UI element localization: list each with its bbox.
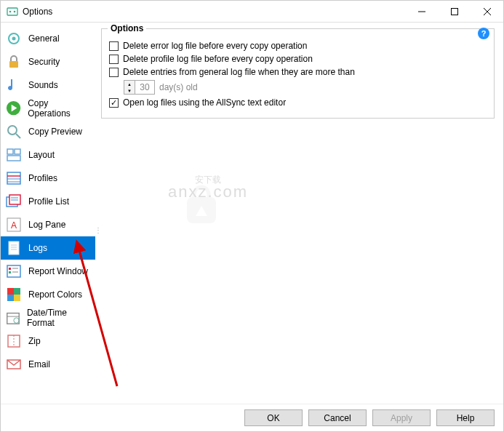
- svg-point-2: [14, 10, 16, 12]
- svg-rect-0: [7, 8, 17, 15]
- minimize-button[interactable]: [405, 1, 438, 22]
- close-button[interactable]: [471, 1, 503, 22]
- checkbox-delete-error-log[interactable]: [109, 41, 119, 51]
- lock-icon: [5, 53, 23, 71]
- sidebar-item-datetime-format[interactable]: Date/Time Format: [1, 306, 95, 329]
- sidebar-item-zip[interactable]: Zip: [1, 329, 95, 353]
- document-icon: [5, 239, 23, 257]
- svg-rect-15: [15, 149, 20, 154]
- sidebar-item-profile-list[interactable]: Profile List: [1, 190, 95, 213]
- svg-rect-32: [9, 268, 11, 270]
- calendar-icon: [5, 309, 21, 327]
- svg-rect-37: [14, 288, 20, 295]
- sidebar-item-label: Logs: [28, 243, 47, 253]
- svg-line-13: [16, 134, 20, 138]
- sidebar-item-layout[interactable]: Layout: [1, 143, 95, 167]
- svg-rect-33: [9, 271, 11, 273]
- svg-rect-38: [7, 295, 14, 301]
- ok-button[interactable]: OK: [244, 409, 303, 426]
- sidebar-item-label: Sounds: [28, 80, 58, 90]
- sidebar-item-label: Log Pane: [28, 220, 65, 230]
- apply-button: Apply: [372, 409, 431, 426]
- checkbox-delete-profile-log[interactable]: [109, 55, 119, 64]
- sidebar-item-label: Profile List: [28, 196, 69, 207]
- svg-text:A: A: [11, 220, 17, 231]
- sidebar-item-security[interactable]: Security: [1, 50, 95, 73]
- svg-point-8: [12, 37, 16, 41]
- label-delete-error-log: Delete error log file before every copy …: [123, 41, 307, 51]
- label-open-log-editor: Open log files using the AllSync text ed…: [123, 97, 286, 108]
- layout-icon: [5, 146, 23, 164]
- sidebar-item-label: Report Colors: [28, 289, 82, 300]
- play-icon: [5, 100, 22, 117]
- sidebar-item-copy-preview[interactable]: Copy Preview: [1, 120, 95, 143]
- profile-list-icon: [5, 193, 23, 210]
- svg-rect-16: [7, 156, 20, 161]
- spin-down-icon[interactable]: ▼: [124, 87, 135, 94]
- options-panel: Options ? Delete error log file before e…: [98, 23, 503, 404]
- svg-rect-4: [451, 8, 457, 15]
- sidebar-item-label: Report Window: [28, 266, 88, 276]
- svg-rect-17: [7, 172, 20, 184]
- days-unit: day(s) old: [159, 82, 198, 92]
- svg-rect-36: [7, 288, 14, 295]
- sidebar-item-label: Profiles: [28, 173, 57, 183]
- sidebar-item-logs[interactable]: Logs: [1, 236, 95, 260]
- sidebar-item-label: General: [28, 33, 60, 44]
- gear-icon: [5, 30, 23, 47]
- help-button[interactable]: Help: [436, 409, 495, 426]
- sidebar-item-profiles[interactable]: Profiles: [1, 167, 95, 190]
- svg-rect-39: [14, 295, 20, 301]
- email-icon: [5, 356, 23, 373]
- sidebar-item-log-pane[interactable]: ALog Pane: [1, 213, 95, 236]
- checkbox-delete-entries[interactable]: [109, 68, 119, 77]
- sidebar-item-copy-operations[interactable]: Copy Operations: [1, 97, 95, 120]
- panel-title: Options: [108, 23, 146, 33]
- spin-up-icon[interactable]: ▲: [124, 81, 135, 87]
- magnifier-icon: [5, 123, 23, 140]
- help-icon[interactable]: ?: [478, 28, 489, 39]
- app-icon: [7, 6, 18, 17]
- svg-point-1: [9, 10, 12, 12]
- sidebar-item-report-window[interactable]: Report Window: [1, 260, 95, 283]
- music-note-icon: [5, 76, 23, 94]
- svg-rect-27: [9, 241, 19, 255]
- sidebar-item-label: Zip: [28, 336, 41, 346]
- svg-point-42: [14, 318, 19, 323]
- sidebar-item-label: Security: [28, 57, 60, 67]
- days-spinner[interactable]: ▲▼ 30: [124, 80, 155, 95]
- list-icon: [5, 169, 23, 187]
- svg-rect-9: [9, 61, 18, 68]
- label-delete-entries: Delete entries from general log file whe…: [123, 67, 355, 77]
- maximize-button[interactable]: [438, 1, 471, 22]
- zip-icon: [5, 332, 23, 350]
- font-icon: A: [5, 216, 23, 233]
- sidebar-resizer[interactable]: [95, 23, 98, 404]
- colors-icon: [5, 286, 23, 303]
- sidebar-item-report-colors[interactable]: Report Colors: [1, 283, 95, 306]
- button-bar: OK Cancel Apply Help: [1, 404, 503, 431]
- checkbox-open-log-editor[interactable]: [109, 98, 119, 108]
- label-delete-profile-log: Delete profile log file before every cop…: [123, 54, 313, 64]
- svg-rect-14: [7, 149, 13, 154]
- sidebar-item-label: Email: [28, 359, 50, 369]
- cancel-button[interactable]: Cancel: [308, 409, 367, 426]
- days-value: 30: [135, 82, 154, 92]
- sidebar-item-label: Layout: [28, 150, 55, 160]
- sidebar-item-email[interactable]: Email: [1, 353, 95, 376]
- window-title: Options: [23, 7, 405, 17]
- sidebar-item-sounds[interactable]: Sounds: [1, 73, 95, 97]
- sidebar-item-general[interactable]: General: [1, 27, 95, 50]
- title-bar: Options: [1, 1, 503, 23]
- sidebar-item-label: Date/Time Format: [27, 308, 91, 328]
- report-icon: [5, 263, 23, 280]
- sidebar-item-label: Copy Operations: [28, 98, 91, 119]
- sidebar-item-label: Copy Preview: [28, 127, 82, 137]
- svg-rect-40: [7, 313, 19, 324]
- svg-point-12: [8, 126, 17, 135]
- sidebar: General Security Sounds Copy Operations …: [1, 23, 95, 404]
